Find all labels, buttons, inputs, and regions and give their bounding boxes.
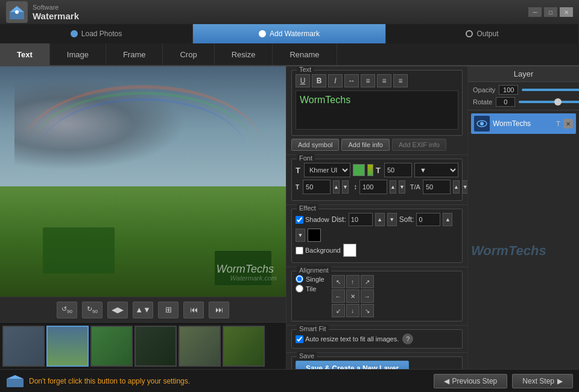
thumbnail-5[interactable] bbox=[179, 326, 221, 367]
prev-arrow-icon: ◀ bbox=[444, 377, 449, 385]
text-input[interactable] bbox=[296, 90, 458, 130]
flip-h-button[interactable]: ◀▶ bbox=[107, 302, 128, 318]
thumbnail-4[interactable] bbox=[134, 326, 177, 367]
save-create-layer-button[interactable]: Save & Create a New Layer bbox=[296, 361, 409, 369]
thumbnail-3[interactable] bbox=[90, 326, 133, 367]
line-height-input[interactable] bbox=[359, 180, 387, 194]
tile-radio[interactable] bbox=[296, 285, 303, 292]
tab-bar: Text Image Frame Crop Resize Rename bbox=[0, 43, 579, 66]
align-top-right[interactable]: ↗ bbox=[361, 275, 374, 288]
svg-rect-4 bbox=[7, 379, 24, 387]
shadow-color-swatch[interactable] bbox=[308, 229, 321, 242]
soft-spin-up[interactable]: ▲ bbox=[443, 213, 452, 226]
auto-resize-checkbox[interactable] bbox=[296, 335, 303, 343]
minimize-button[interactable]: ─ bbox=[528, 7, 542, 17]
font-size-unit[interactable]: ▼ bbox=[414, 163, 458, 177]
align-bottom-left[interactable]: ↙ bbox=[332, 304, 345, 317]
soft-spin-down[interactable]: ▼ bbox=[296, 229, 305, 242]
bold-button[interactable]: B bbox=[312, 74, 326, 87]
nav-step-output[interactable]: Output bbox=[386, 24, 579, 43]
opacity-slider[interactable] bbox=[522, 89, 579, 91]
align-top-center[interactable]: ↑ bbox=[346, 275, 359, 288]
tab-text[interactable]: Text bbox=[0, 43, 50, 65]
previous-step-button[interactable]: ◀ Previous Step bbox=[434, 374, 508, 388]
title-bar: Software Watermark ─ □ ✕ bbox=[0, 0, 579, 24]
auto-resize-label[interactable]: Auto resize text to fit all images. bbox=[296, 335, 399, 343]
rotate-left-button[interactable]: ↺90 bbox=[57, 302, 77, 318]
tab-rename[interactable]: Rename bbox=[273, 43, 337, 65]
align-center-button[interactable]: ≡ bbox=[377, 74, 391, 87]
align-bottom-center[interactable]: ↓ bbox=[346, 304, 359, 317]
tools-and-layer: Text U B I ↔ ≡ ≡ ≡ Add symbol Add file i… bbox=[286, 66, 579, 369]
maximize-button[interactable]: □ bbox=[544, 7, 557, 17]
layer-item[interactable]: WormTechs T ✕ bbox=[471, 113, 576, 134]
font-color-swatch2[interactable] bbox=[367, 164, 373, 176]
tab-frame[interactable]: Frame bbox=[106, 43, 163, 65]
rotate-value-input[interactable] bbox=[496, 97, 515, 107]
help-icon[interactable]: ? bbox=[402, 334, 413, 344]
tab-image[interactable]: Image bbox=[50, 43, 106, 65]
font-family-row: T Khmer UI T ▼ bbox=[296, 163, 458, 177]
tab-crop[interactable]: Crop bbox=[163, 43, 214, 65]
alignment-radio-group: Single Tile bbox=[296, 275, 324, 292]
opacity-value-input[interactable] bbox=[499, 85, 518, 95]
nav-step-load-photos[interactable]: Load Photos bbox=[0, 24, 193, 43]
single-radio[interactable] bbox=[296, 275, 303, 283]
align-middle-right[interactable]: → bbox=[361, 289, 374, 303]
tile-radio-label[interactable]: Tile bbox=[296, 285, 324, 292]
dist-spin-down[interactable]: ▼ bbox=[387, 213, 397, 226]
align-right-button[interactable]: ≡ bbox=[393, 74, 408, 87]
add-file-info-button[interactable]: Add file info bbox=[341, 139, 389, 151]
line-height-spin-up[interactable]: ▲ bbox=[390, 180, 396, 194]
thumbnail-6[interactable] bbox=[223, 326, 265, 367]
background-color-swatch[interactable] bbox=[343, 244, 356, 257]
justify-button[interactable]: ↔ bbox=[344, 74, 359, 87]
rotate-slider[interactable] bbox=[519, 101, 579, 103]
align-top-left[interactable]: ↖ bbox=[332, 275, 345, 288]
thumbnail-1[interactable] bbox=[2, 326, 45, 367]
font-small-size-input[interactable] bbox=[303, 180, 331, 194]
line-height-spin-down[interactable]: ▼ bbox=[399, 180, 405, 194]
add-exif-info-button[interactable]: Add EXIF info bbox=[392, 139, 446, 151]
shadow-checkbox-label[interactable]: Shadow bbox=[296, 216, 329, 224]
italic-button[interactable]: I bbox=[328, 74, 343, 87]
next-image-button[interactable]: ⏭ bbox=[209, 302, 229, 318]
align-middle-left[interactable]: ← bbox=[332, 289, 345, 303]
single-radio-label[interactable]: Single bbox=[296, 275, 324, 283]
flip-v-button[interactable]: ▲▼ bbox=[133, 302, 153, 318]
bottom-logo-icon bbox=[6, 374, 24, 388]
align-bottom-right[interactable]: ↘ bbox=[361, 304, 374, 317]
effect-section: Effect Shadow Dist: ▲ ▼ Soft: ▲ ▼ bbox=[286, 205, 467, 267]
tab-resize[interactable]: Resize bbox=[215, 43, 273, 65]
align-left-button[interactable]: ≡ bbox=[361, 74, 375, 87]
smartfit-row: Auto resize text to fit all images. ? bbox=[296, 334, 458, 344]
layer-delete-button[interactable]: ✕ bbox=[563, 119, 573, 128]
underline-button[interactable]: U bbox=[296, 74, 310, 87]
font-small-spin-up[interactable]: ▲ bbox=[333, 180, 340, 194]
fit-button[interactable]: ⊞ bbox=[158, 302, 179, 318]
font-color-swatch[interactable] bbox=[353, 164, 365, 176]
other-spin-up[interactable]: ▲ bbox=[453, 180, 460, 194]
soft-input[interactable] bbox=[416, 213, 440, 226]
next-step-button[interactable]: Next Step ▶ bbox=[512, 374, 573, 388]
shadow-checkbox[interactable] bbox=[296, 216, 303, 224]
rotate-right-button[interactable]: ↻90 bbox=[82, 302, 103, 318]
svg-point-1 bbox=[15, 10, 19, 14]
font-family-select[interactable]: Khmer UI bbox=[304, 163, 350, 177]
align-center[interactable]: ✕ bbox=[346, 289, 359, 303]
background-checkbox-label[interactable]: Background bbox=[296, 247, 341, 254]
close-button[interactable]: ✕ bbox=[560, 7, 573, 17]
font-size-input[interactable] bbox=[384, 163, 412, 177]
background-checkbox[interactable] bbox=[296, 247, 303, 254]
thumbnail-2[interactable] bbox=[46, 326, 89, 367]
nav-step-add-watermark[interactable]: Add Watermark bbox=[193, 24, 386, 43]
layer-list: WormTechs T ✕ bbox=[468, 110, 579, 240]
other-input[interactable] bbox=[423, 180, 451, 194]
layer-visibility-icon[interactable] bbox=[474, 116, 490, 131]
add-symbol-button[interactable]: Add symbol bbox=[291, 139, 339, 151]
dist-input[interactable] bbox=[349, 213, 373, 226]
other-spin-down[interactable]: ▼ bbox=[462, 180, 467, 194]
font-small-spin-down[interactable]: ▼ bbox=[342, 180, 349, 194]
prev-image-button[interactable]: ⏮ bbox=[183, 302, 204, 318]
dist-spin-up[interactable]: ▲ bbox=[375, 213, 385, 226]
